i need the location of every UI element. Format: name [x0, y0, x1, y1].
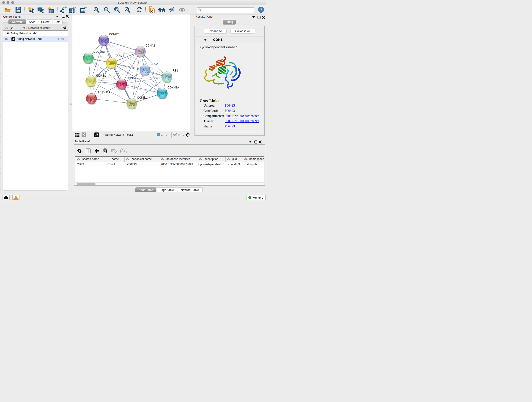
svg-text:CDC25B: CDC25B — [94, 50, 105, 53]
svg-text:CCNE1: CCNE1 — [137, 96, 147, 99]
svg-text:RB1: RB1 — [172, 69, 178, 72]
svg-text:CDK1: CDK1 — [116, 55, 124, 58]
svg-text:CCNA1: CCNA1 — [146, 44, 155, 47]
svg-text:CCNB1: CCNB1 — [96, 74, 106, 77]
svg-text:CDKN1A: CDKN1A — [167, 86, 179, 89]
svg-text:HIST1H1A: HIST1H1A — [97, 91, 110, 94]
svg-text:CDC6: CDC6 — [151, 62, 158, 65]
svg-text:CCNB2: CCNB2 — [109, 33, 119, 36]
svg-text:?: ? — [260, 8, 262, 12]
svg-text:CCNA2: CCNA2 — [127, 77, 136, 80]
